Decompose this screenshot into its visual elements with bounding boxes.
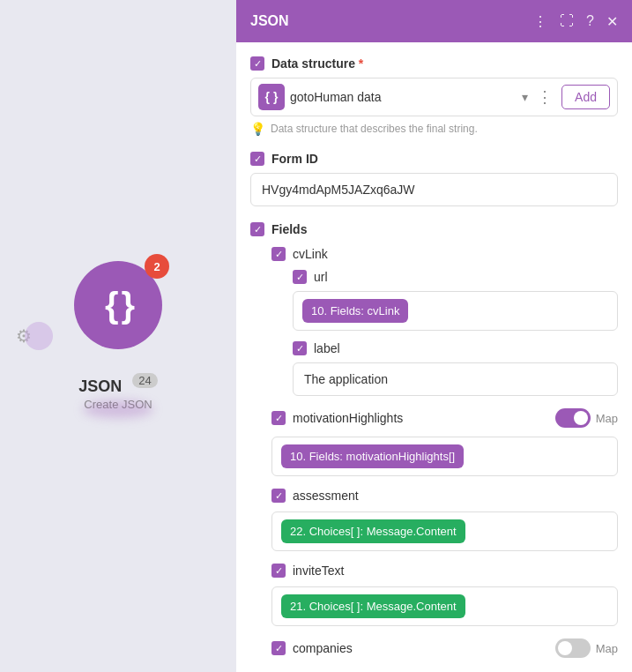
- field-group-cvlink: cvLink url 10. Fields: cvLink: [271, 247, 618, 396]
- ds-icon: { }: [258, 84, 285, 110]
- assessment-title: assessment: [293, 489, 359, 503]
- panel-header: JSON ⋮ ⛶ ? ✕: [236, 0, 632, 42]
- help-icon[interactable]: ?: [586, 13, 594, 29]
- ds-name: gotoHuman data: [290, 90, 517, 104]
- form-id-header: Form ID: [250, 152, 618, 166]
- canvas-area: ⚙ 2 { } JSON 24 Create JSON: [0, 0, 236, 672]
- cvlink-header: cvLink: [271, 247, 618, 261]
- fields-header: Fields: [250, 222, 618, 236]
- ds-add-button[interactable]: Add: [561, 85, 610, 109]
- cvlink-title: cvLink: [293, 247, 328, 261]
- field-group-companies: companies Map: [271, 638, 618, 658]
- assessment-header: assessment: [271, 489, 618, 503]
- data-structure-title: Data structure *: [271, 56, 363, 71]
- hint-text: Data structure that describes the final …: [271, 123, 478, 135]
- node-blob: [25, 322, 53, 350]
- url-chip-container: 10. Fields: cvLink: [293, 291, 618, 331]
- panel-body: Data structure * { } gotoHuman data ▾ ⋮ …: [236, 42, 632, 672]
- url-title: url: [314, 270, 328, 284]
- expand-icon[interactable]: ⛶: [560, 13, 574, 29]
- form-id-title: Form ID: [271, 152, 318, 166]
- panel-title: JSON: [250, 13, 289, 29]
- node-shadow: [83, 400, 153, 418]
- required-star: *: [355, 56, 363, 71]
- form-id-checkbox[interactable]: [250, 152, 264, 166]
- hint-icon: 💡: [250, 122, 265, 136]
- motivation-chip-container: 10. Fields: motivationHighlights[]: [271, 437, 618, 476]
- motivation-header: motivationHighlights Map: [271, 408, 618, 428]
- invite-text-chip-container: 21. Choices[ ]: Message.Content: [271, 586, 618, 626]
- field-subgroup-label: label: [293, 341, 618, 396]
- fields-title: Fields: [271, 222, 307, 236]
- node-label: JSON: [78, 377, 122, 396]
- assessment-chip-container: 22. Choices[ ]: Message.Content: [271, 511, 618, 551]
- motivation-title: motivationHighlights: [293, 411, 403, 425]
- url-header: url: [293, 270, 618, 284]
- motivation-map-label: Map: [596, 412, 618, 425]
- motivation-toggle[interactable]: [555, 408, 591, 428]
- motivation-chip[interactable]: 10. Fields: motivationHighlights[]: [281, 444, 464, 468]
- cvlink-checkbox[interactable]: [271, 247, 286, 261]
- node-icon[interactable]: 2 { }: [74, 261, 162, 349]
- companies-toggle-knob: [558, 641, 572, 655]
- companies-toggle[interactable]: [555, 638, 591, 658]
- companies-map-label: Map: [596, 642, 618, 655]
- invite-text-header: inviteText: [271, 564, 618, 578]
- fields-checkbox[interactable]: [250, 222, 264, 236]
- data-structure-checkbox[interactable]: [250, 56, 264, 71]
- dots-vertical-icon[interactable]: ⋮: [533, 13, 547, 30]
- form-id-input[interactable]: [250, 173, 618, 206]
- section-data-structure-header: Data structure *: [250, 56, 618, 71]
- close-icon[interactable]: ✕: [606, 13, 618, 30]
- motivation-checkbox[interactable]: [271, 411, 286, 425]
- assessment-checkbox[interactable]: [271, 489, 286, 503]
- section-data-structure: Data structure * { } gotoHuman data ▾ ⋮ …: [250, 56, 618, 136]
- node-badge: 2: [145, 254, 169, 279]
- invite-text-checkbox[interactable]: [271, 564, 286, 578]
- node-count: 24: [132, 373, 157, 388]
- motivation-toggle-knob: [574, 411, 588, 425]
- ds-dropdown-icon[interactable]: ▾: [522, 90, 528, 104]
- companies-title: companies: [293, 641, 353, 655]
- ds-hint-row: 💡 Data structure that describes the fina…: [250, 122, 618, 136]
- companies-checkbox[interactable]: [271, 641, 286, 655]
- invite-text-title: inviteText: [293, 564, 344, 578]
- node-icon-braces: { }: [105, 286, 131, 325]
- invite-text-chip[interactable]: 21. Choices[ ]: Message.Content: [281, 594, 465, 618]
- node-container: 2 { } JSON 24 Create JSON: [74, 261, 162, 411]
- label-header: label: [293, 341, 618, 355]
- field-group-assessment: assessment 22. Choices[ ]: Message.Conte…: [271, 489, 618, 551]
- label-checkbox[interactable]: [293, 341, 307, 355]
- panel: JSON ⋮ ⛶ ? ✕ Data structure * { } gotoHu…: [236, 0, 632, 672]
- assessment-chip[interactable]: 22. Choices[ ]: Message.Content: [281, 519, 465, 543]
- url-chip[interactable]: 10. Fields: cvLink: [302, 299, 408, 323]
- section-fields: Fields cvLink url 10. Fields: cvLink: [250, 222, 618, 658]
- data-structure-row: { } gotoHuman data ▾ ⋮ Add: [250, 78, 618, 116]
- field-group-motivation: motivationHighlights Map 10. Fields: mot…: [271, 408, 618, 476]
- field-subgroup-url: url 10. Fields: cvLink: [293, 270, 618, 331]
- url-checkbox[interactable]: [293, 270, 307, 284]
- field-group-invite-text: inviteText 21. Choices[ ]: Message.Conte…: [271, 564, 618, 626]
- companies-header: companies Map: [271, 638, 618, 658]
- ds-more-icon[interactable]: ⋮: [533, 87, 556, 107]
- label-title: label: [314, 341, 340, 355]
- section-form-id: Form ID: [250, 152, 618, 206]
- label-input[interactable]: [293, 362, 618, 396]
- panel-header-icons: ⋮ ⛶ ? ✕: [533, 13, 618, 30]
